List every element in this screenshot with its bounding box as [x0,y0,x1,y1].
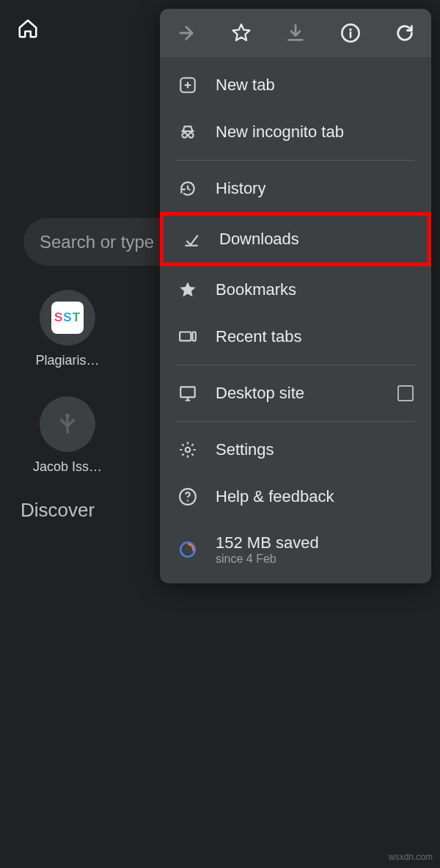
overflow-menu: New tab New incognito tab History Downlo… [160,9,431,583]
discover-heading: Discover [21,499,95,522]
data-saver-since: since 4 Feb [216,552,319,566]
menu-item-history[interactable]: History [160,165,431,212]
menu-item-label: Recent tabs [216,327,301,346]
menu-item-data-saver[interactable]: 152 MB saved since 4 Feb [160,520,431,579]
svg-rect-6 [180,332,191,341]
home-button[interactable] [15,15,41,42]
recent-tabs-icon [177,327,198,347]
desktop-icon [177,383,198,404]
gear-icon [177,440,198,460]
arrow-right-icon [176,23,197,43]
menu-item-label: Bookmarks [216,280,296,299]
menu-item-recent-tabs[interactable]: Recent tabs [160,313,431,360]
menu-item-label: New incognito tab [216,123,344,142]
menu-divider [176,160,415,161]
menu-item-downloads[interactable]: Downloads [160,212,431,266]
menu-item-new-tab[interactable]: New tab [160,62,431,109]
shortcut-label: Plagiaris… [35,353,99,368]
new-tab-icon [177,75,198,95]
svg-rect-7 [193,332,196,341]
menu-item-label: Help & feedback [216,487,334,506]
shortcut-jacob[interactable]: Jacob Iss… [23,396,111,475]
history-icon [177,178,198,199]
menu-item-settings[interactable]: Settings [160,426,431,473]
menu-item-label: Settings [216,440,274,459]
incognito-icon [177,122,198,142]
site-info-button[interactable] [339,21,362,45]
menu-item-bookmarks[interactable]: Bookmarks [160,266,431,313]
jacob-icon [55,412,80,437]
star-icon [231,23,252,43]
home-icon [17,18,39,40]
menu-item-label: Desktop site [216,384,304,403]
svg-point-2 [349,29,351,31]
menu-item-desktop-site[interactable]: Desktop site [160,370,431,417]
menu-divider [176,421,415,422]
svg-point-9 [186,448,191,453]
sst-icon: SST [51,302,84,334]
menu-item-label: History [216,179,265,198]
menu-body: New tab New incognito tab History Downlo… [160,57,431,583]
bookmarks-icon [177,280,198,300]
svg-point-5 [188,133,194,138]
reload-icon [395,23,415,43]
download-page-button[interactable] [284,21,307,45]
svg-point-0 [65,414,70,418]
svg-point-11 [187,500,188,501]
shortcut-label: Jacob Iss… [33,459,102,475]
search-placeholder: Search or type [40,232,154,252]
downloads-icon [181,229,202,249]
info-icon [340,23,361,43]
bookmark-star-button[interactable] [230,21,253,45]
shortcut-icon [40,396,95,452]
reload-button[interactable] [393,21,417,45]
svg-point-4 [182,133,187,138]
download-icon [285,23,306,43]
watermark: wsxdn.com [389,852,433,862]
data-saver-icon [177,539,198,560]
forward-button[interactable] [175,21,198,45]
menu-toolbar [160,9,431,57]
shortcut-plagiarism[interactable]: SST Plagiaris… [23,290,111,368]
help-icon [177,486,198,507]
menu-item-label: Downloads [219,230,299,249]
data-saver-amount: 152 MB saved [216,533,319,552]
shortcut-icon: SST [40,290,95,346]
menu-item-incognito[interactable]: New incognito tab [160,109,431,156]
menu-item-help[interactable]: Help & feedback [160,473,431,520]
svg-rect-8 [180,387,195,397]
menu-divider [176,365,415,365]
menu-item-label: New tab [216,76,275,95]
desktop-site-checkbox[interactable] [397,385,414,401]
